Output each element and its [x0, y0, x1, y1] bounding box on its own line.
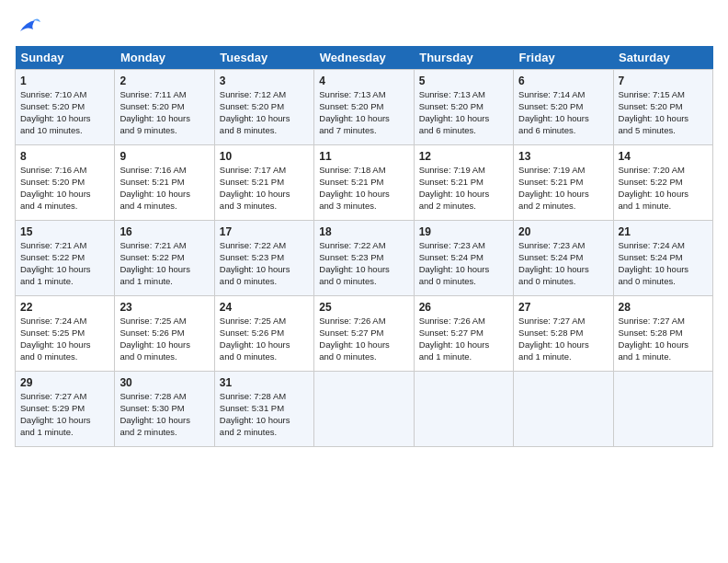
calendar-cell	[613, 372, 712, 447]
day-number: 9	[119, 149, 209, 164]
day-info: Sunrise: 7:24 AM Sunset: 5:24 PM Dayligh…	[619, 240, 708, 287]
header-cell-tuesday: Tuesday	[214, 46, 313, 70]
day-number: 3	[220, 74, 309, 88]
day-number: 4	[319, 74, 408, 88]
day-info: Sunrise: 7:18 AM Sunset: 5:21 PM Dayligh…	[319, 165, 408, 212]
day-number: 20	[518, 224, 608, 239]
day-info: Sunrise: 7:12 AM Sunset: 5:20 PM Dayligh…	[220, 89, 309, 136]
calendar-cell: 31Sunrise: 7:28 AM Sunset: 5:31 PM Dayli…	[214, 372, 313, 447]
calendar-cell: 28Sunrise: 7:27 AM Sunset: 5:28 PM Dayli…	[613, 296, 712, 372]
day-number: 23	[119, 300, 209, 315]
logo-icon	[15, 15, 42, 37]
calendar-week-3: 15Sunrise: 7:21 AM Sunset: 5:22 PM Dayli…	[16, 221, 713, 296]
day-number: 17	[220, 224, 309, 239]
day-number: 27	[518, 300, 608, 315]
day-number: 2	[119, 74, 209, 88]
day-number: 29	[20, 375, 109, 390]
calendar-header: SundayMondayTuesdayWednesdayThursdayFrid…	[16, 46, 713, 70]
calendar-cell: 11Sunrise: 7:18 AM Sunset: 5:21 PM Dayli…	[314, 145, 414, 221]
day-info: Sunrise: 7:13 AM Sunset: 5:20 PM Dayligh…	[419, 89, 508, 136]
day-number: 7	[619, 74, 708, 88]
calendar-cell: 6Sunrise: 7:14 AM Sunset: 5:20 PM Daylig…	[514, 70, 613, 145]
header	[15, 15, 713, 37]
calendar-cell: 8Sunrise: 7:16 AM Sunset: 5:20 PM Daylig…	[16, 145, 115, 221]
header-cell-friday: Friday	[514, 46, 613, 70]
calendar-week-1: 1Sunrise: 7:10 AM Sunset: 5:20 PM Daylig…	[16, 70, 713, 145]
day-info: Sunrise: 7:16 AM Sunset: 5:20 PM Dayligh…	[20, 165, 109, 212]
calendar-cell: 16Sunrise: 7:21 AM Sunset: 5:22 PM Dayli…	[115, 221, 214, 296]
calendar-cell: 30Sunrise: 7:28 AM Sunset: 5:30 PM Dayli…	[115, 372, 214, 447]
calendar-cell: 5Sunrise: 7:13 AM Sunset: 5:20 PM Daylig…	[414, 70, 513, 145]
day-number: 31	[220, 375, 309, 390]
calendar-cell: 22Sunrise: 7:24 AM Sunset: 5:25 PM Dayli…	[16, 296, 115, 372]
day-info: Sunrise: 7:21 AM Sunset: 5:22 PM Dayligh…	[20, 240, 109, 287]
day-number: 12	[419, 149, 508, 164]
calendar-cell: 12Sunrise: 7:19 AM Sunset: 5:21 PM Dayli…	[414, 145, 513, 221]
day-number: 16	[119, 224, 209, 239]
header-cell-monday: Monday	[115, 46, 214, 70]
day-info: Sunrise: 7:26 AM Sunset: 5:27 PM Dayligh…	[419, 316, 508, 362]
calendar-cell: 7Sunrise: 7:15 AM Sunset: 5:20 PM Daylig…	[613, 70, 712, 145]
header-cell-thursday: Thursday	[414, 46, 513, 70]
day-info: Sunrise: 7:25 AM Sunset: 5:26 PM Dayligh…	[220, 316, 309, 362]
day-number: 21	[619, 224, 708, 239]
day-number: 6	[518, 74, 608, 88]
day-number: 8	[20, 149, 109, 164]
day-info: Sunrise: 7:11 AM Sunset: 5:20 PM Dayligh…	[119, 89, 209, 136]
day-info: Sunrise: 7:13 AM Sunset: 5:20 PM Dayligh…	[319, 89, 408, 136]
calendar-cell: 23Sunrise: 7:25 AM Sunset: 5:26 PM Dayli…	[115, 296, 214, 372]
calendar-cell	[514, 372, 613, 447]
day-info: Sunrise: 7:27 AM Sunset: 5:29 PM Dayligh…	[20, 391, 109, 438]
day-info: Sunrise: 7:22 AM Sunset: 5:23 PM Dayligh…	[220, 240, 309, 287]
day-number: 18	[319, 224, 408, 239]
day-info: Sunrise: 7:27 AM Sunset: 5:28 PM Dayligh…	[518, 316, 608, 362]
calendar-week-5: 29Sunrise: 7:27 AM Sunset: 5:29 PM Dayli…	[16, 372, 713, 447]
calendar-week-2: 8Sunrise: 7:16 AM Sunset: 5:20 PM Daylig…	[16, 145, 713, 221]
calendar-cell: 18Sunrise: 7:22 AM Sunset: 5:23 PM Dayli…	[314, 221, 414, 296]
header-cell-sunday: Sunday	[16, 46, 115, 70]
day-info: Sunrise: 7:23 AM Sunset: 5:24 PM Dayligh…	[419, 240, 508, 287]
day-number: 13	[518, 149, 608, 164]
calendar-cell: 29Sunrise: 7:27 AM Sunset: 5:29 PM Dayli…	[16, 372, 115, 447]
calendar-cell: 4Sunrise: 7:13 AM Sunset: 5:20 PM Daylig…	[314, 70, 414, 145]
page: SundayMondayTuesdayWednesdayThursdayFrid…	[0, 0, 728, 456]
day-number: 28	[619, 300, 708, 315]
calendar-cell: 20Sunrise: 7:23 AM Sunset: 5:24 PM Dayli…	[514, 221, 613, 296]
day-info: Sunrise: 7:19 AM Sunset: 5:21 PM Dayligh…	[419, 165, 508, 212]
day-info: Sunrise: 7:25 AM Sunset: 5:26 PM Dayligh…	[119, 316, 209, 362]
day-number: 1	[20, 74, 109, 88]
day-info: Sunrise: 7:14 AM Sunset: 5:20 PM Dayligh…	[518, 89, 608, 136]
calendar-cell: 13Sunrise: 7:19 AM Sunset: 5:21 PM Dayli…	[514, 145, 613, 221]
day-info: Sunrise: 7:23 AM Sunset: 5:24 PM Dayligh…	[518, 240, 608, 287]
calendar-cell: 27Sunrise: 7:27 AM Sunset: 5:28 PM Dayli…	[514, 296, 613, 372]
day-number: 11	[319, 149, 408, 164]
day-number: 25	[319, 300, 408, 315]
day-number: 15	[20, 224, 109, 239]
header-cell-wednesday: Wednesday	[314, 46, 414, 70]
day-number: 26	[419, 300, 508, 315]
day-info: Sunrise: 7:17 AM Sunset: 5:21 PM Dayligh…	[220, 165, 309, 212]
calendar-cell: 25Sunrise: 7:26 AM Sunset: 5:27 PM Dayli…	[314, 296, 414, 372]
calendar-cell: 1Sunrise: 7:10 AM Sunset: 5:20 PM Daylig…	[16, 70, 115, 145]
calendar-cell: 3Sunrise: 7:12 AM Sunset: 5:20 PM Daylig…	[214, 70, 313, 145]
calendar-cell	[314, 372, 414, 447]
calendar-cell: 15Sunrise: 7:21 AM Sunset: 5:22 PM Dayli…	[16, 221, 115, 296]
day-number: 5	[419, 74, 508, 88]
calendar-week-4: 22Sunrise: 7:24 AM Sunset: 5:25 PM Dayli…	[16, 296, 713, 372]
day-info: Sunrise: 7:27 AM Sunset: 5:28 PM Dayligh…	[619, 316, 708, 362]
day-number: 14	[619, 149, 708, 164]
header-row: SundayMondayTuesdayWednesdayThursdayFrid…	[16, 46, 713, 70]
day-number: 24	[220, 300, 309, 315]
day-number: 30	[119, 375, 209, 390]
day-number: 22	[20, 300, 109, 315]
header-cell-saturday: Saturday	[613, 46, 712, 70]
calendar-cell: 21Sunrise: 7:24 AM Sunset: 5:24 PM Dayli…	[613, 221, 712, 296]
day-number: 10	[220, 149, 309, 164]
logo	[15, 15, 46, 37]
calendar-cell: 24Sunrise: 7:25 AM Sunset: 5:26 PM Dayli…	[214, 296, 313, 372]
day-info: Sunrise: 7:26 AM Sunset: 5:27 PM Dayligh…	[319, 316, 408, 362]
day-info: Sunrise: 7:20 AM Sunset: 5:22 PM Dayligh…	[619, 165, 708, 212]
calendar-cell: 2Sunrise: 7:11 AM Sunset: 5:20 PM Daylig…	[115, 70, 214, 145]
day-info: Sunrise: 7:16 AM Sunset: 5:21 PM Dayligh…	[119, 165, 209, 212]
day-info: Sunrise: 7:15 AM Sunset: 5:20 PM Dayligh…	[619, 89, 708, 136]
